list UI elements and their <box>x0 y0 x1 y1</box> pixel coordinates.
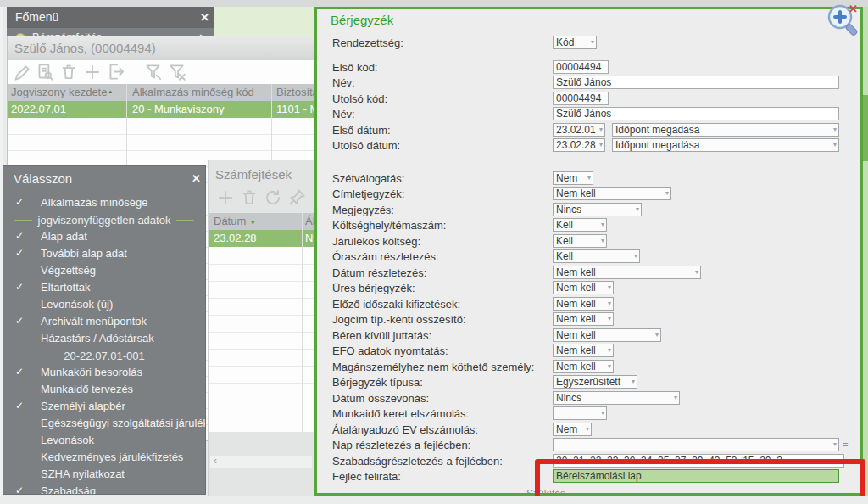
time-mode-select-5[interactable]: Időpont megadása▾ <box>612 123 839 137</box>
select-22[interactable]: ▾ <box>553 406 607 420</box>
edit-icon[interactable] <box>11 62 31 85</box>
menu-item[interactable]: SZHA nyilatkozat <box>3 466 205 483</box>
grid-line <box>209 298 314 299</box>
menu-separator: 20-22.07.01-001 <box>8 347 200 364</box>
select-23[interactable]: Nem▾ <box>553 423 592 436</box>
input-1[interactable]: 00004494 <box>553 60 609 74</box>
menu-item[interactable]: Levonások <box>3 432 205 449</box>
employee-table-selected-row[interactable]: 2022.07.0120 - Munkaviszony1101 - M <box>8 101 314 118</box>
menu-item-label: Levonások <box>41 434 94 446</box>
chevron-down-icon: ▾ <box>608 284 611 291</box>
pin-icon[interactable] <box>287 188 307 210</box>
grid-line <box>209 332 314 333</box>
select-7[interactable]: Nem▾ <box>553 171 593 185</box>
select-12[interactable]: Kell▾ <box>553 249 640 263</box>
valasszon-panel: Válasszon ✕ ✓Alkalmazás minőségejogviszo… <box>3 165 206 495</box>
select-21[interactable]: Nincs▾ <box>553 391 680 405</box>
refresh-icon[interactable] <box>263 188 283 210</box>
menu-separator: jogviszonyfüggetlen adatok <box>8 211 200 228</box>
select-11[interactable]: Kell▾ <box>553 234 607 248</box>
menu-item[interactable]: ✓Alap adat <box>3 228 205 245</box>
select-15[interactable]: Nem kell▾ <box>553 297 614 311</box>
right-scrollbar-thumb[interactable] <box>863 95 868 161</box>
menu-item[interactable]: ✓Személyi alapbér <box>3 398 205 415</box>
select-14[interactable]: Nem kell▾ <box>553 281 614 294</box>
field-label: EFO adatok nyomtatás: <box>332 344 448 357</box>
select-16[interactable]: Nem kell▾ <box>553 312 614 326</box>
chevron-down-icon: ▾ <box>608 300 611 307</box>
grid-line <box>8 150 314 151</box>
chevron-down-icon: ▾ <box>833 441 837 448</box>
field-label: Címletjegyzék: <box>332 188 404 200</box>
select-13[interactable]: Nem kell▾ <box>553 266 701 279</box>
select-17[interactable]: Nem kell▾ <box>553 328 661 342</box>
equals-icon[interactable]: = <box>843 440 848 450</box>
field-label: Első kód: <box>332 61 377 74</box>
input-3[interactable]: 00004494 <box>553 92 609 105</box>
grid-line <box>8 134 314 135</box>
grid-line <box>209 383 314 384</box>
menu-item[interactable]: ✓Szabadság <box>3 483 205 495</box>
table-cell: 1101 - M <box>276 103 314 115</box>
szamfejtesek-table-header[interactable]: Dátum▾Álla <box>209 213 314 231</box>
menu-item-label: Szabadság <box>41 484 96 495</box>
menu-item[interactable]: ✓Alkalmazás minősége <box>3 194 205 211</box>
select-18[interactable]: Nem kell▾ <box>553 344 614 357</box>
filter-clear-icon[interactable] <box>167 62 187 85</box>
delete-icon[interactable] <box>58 62 79 85</box>
grid-line <box>209 366 314 367</box>
select-10[interactable]: Kell▾ <box>553 218 607 232</box>
scroll-left-icon[interactable]: ‹ <box>214 455 217 467</box>
chevron-down-icon: ▾ <box>599 142 603 148</box>
chevron-down-icon: ▾ <box>608 363 611 370</box>
filter-icon[interactable] <box>143 62 164 85</box>
combo-24[interactable]: ▾ <box>553 438 839 451</box>
horizontal-scrollbar[interactable]: ‹ <box>210 456 312 468</box>
menu-item[interactable]: Munkaidő tervezés <box>3 381 205 398</box>
table-cell: 23.02.28 <box>214 232 257 244</box>
table-cell: 20 - Munkaviszony <box>132 103 224 115</box>
menu-item[interactable]: Levonások (új) <box>3 296 205 313</box>
export-icon[interactable] <box>106 62 126 85</box>
menu-item[interactable]: Házastárs / Adóstársak <box>3 330 205 347</box>
field-label: Utolsó kód: <box>332 92 387 105</box>
menu-item[interactable]: ✓További alap adat <box>3 245 205 262</box>
add-icon[interactable] <box>215 188 236 210</box>
field-label: Üres bérjegyzék: <box>332 282 415 294</box>
szamfejtesek-selected-row[interactable]: 23.02.28Nyit <box>209 230 314 247</box>
menu-item-label: Házastárs / Adóstársak <box>41 332 154 344</box>
date-select-5[interactable]: 23.02.01▾ <box>553 123 605 137</box>
delete-icon[interactable] <box>239 188 259 210</box>
employee-table-header[interactable]: Jogviszony kezdete▴Alkalmazás minőség kó… <box>8 84 314 102</box>
close-icon[interactable]: ✕ <box>849 3 858 15</box>
select-19[interactable]: Nem kell▾ <box>553 360 614 373</box>
field-label: Átalányadozó EV elszámolás: <box>332 423 478 436</box>
menu-item-label: További alap adat <box>41 247 127 260</box>
grid-line <box>209 349 314 350</box>
menu-item[interactable]: Végzettség <box>3 262 205 279</box>
select-8[interactable]: Nem kell▾ <box>553 187 671 200</box>
menu-item[interactable]: Egészségügyi szolgáltatási járulék <box>3 415 205 432</box>
check-icon: ✓ <box>15 315 24 327</box>
date-select-6[interactable]: 23.02.28▾ <box>553 138 605 152</box>
table-cell: Nyit <box>305 232 314 244</box>
menu-item[interactable]: ✓Eltartottak <box>3 279 205 296</box>
field-label: Járulékos költség: <box>332 235 420 248</box>
menu-item[interactable]: ✓Archivált menüpontok <box>3 313 205 330</box>
select-20[interactable]: Egyszerűsített▾ <box>553 375 637 389</box>
menu-item[interactable]: ✓Munkaköri besorolás <box>3 364 205 381</box>
window-top-strip <box>0 0 868 7</box>
input-2[interactable]: Szülő János <box>553 76 839 89</box>
menu-item[interactable]: Kedvezményes járulékfizetés <box>3 449 205 466</box>
close-icon[interactable]: ✕ <box>200 11 209 24</box>
field-label: Fejléc felirata: <box>332 470 401 483</box>
select-9[interactable]: Nincs▾ <box>553 203 642 216</box>
field-label: Megjegyzés: <box>332 204 394 216</box>
field-label: Név: <box>332 108 355 120</box>
time-mode-select-6[interactable]: Időpont megadása▾ <box>612 138 839 152</box>
select-0[interactable]: Kód▾ <box>553 36 597 49</box>
add-icon[interactable] <box>82 62 103 85</box>
close-icon[interactable]: ✕ <box>192 172 201 185</box>
view-icon[interactable] <box>35 62 55 85</box>
input-4[interactable]: Szülő János <box>553 107 839 120</box>
